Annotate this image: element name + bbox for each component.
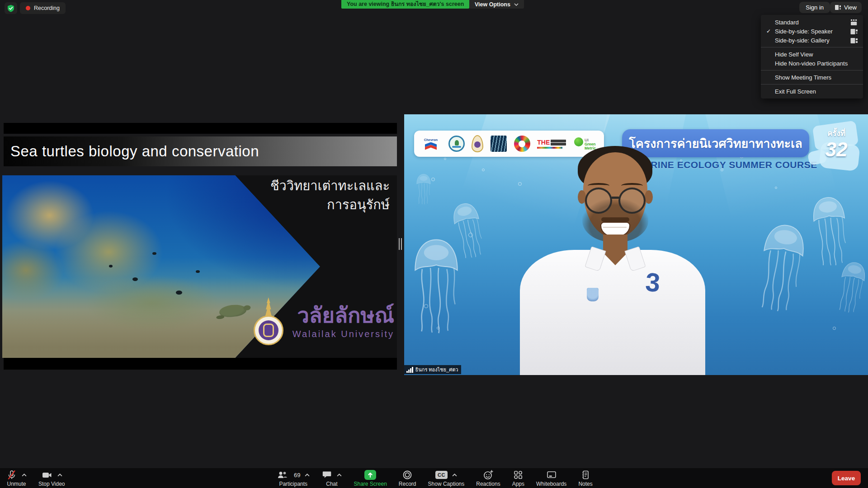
notes-button[interactable]: Notes	[578, 468, 592, 488]
bubble	[482, 169, 485, 171]
view-button[interactable]: View	[830, 2, 862, 13]
whiteboard-icon	[546, 469, 557, 480]
slide-subtitle-thai: ชีววิทยาเต่าทะเลและ การอนุรักษ์	[270, 176, 390, 214]
layout-standard-icon	[850, 19, 858, 27]
university-name-en: Walailak University	[292, 329, 394, 339]
fish-figure	[152, 252, 156, 255]
slide-bottom-bar	[4, 358, 397, 370]
bubble	[431, 178, 435, 181]
chat-bubble-icon	[321, 469, 332, 480]
share-screen-icon	[364, 470, 376, 480]
bubble	[833, 327, 836, 330]
fish-figure	[196, 270, 200, 273]
unmute-button[interactable]: Unmute	[6, 468, 27, 488]
check-icon: ✓	[766, 28, 775, 34]
sea-turtle-figure	[219, 304, 247, 318]
menu-item-sbs-speaker[interactable]: ✓ Side-by-side: Speaker	[761, 27, 863, 36]
layout-speaker-icon	[850, 28, 858, 36]
viewing-banner: You are viewing ธินกร ทองไชย_ศตว's scree…	[341, 0, 469, 9]
apps-button[interactable]: Apps	[512, 468, 524, 488]
bubble	[468, 233, 473, 237]
marine-department-emblem	[448, 136, 465, 152]
view-menu: Standard ✓ Side-by-side: Speaker Side-by…	[761, 15, 863, 99]
bubble	[437, 327, 439, 329]
glasses-icon	[618, 188, 646, 214]
chat-button[interactable]: Chat	[321, 468, 342, 488]
jellyfish-illustration	[414, 168, 433, 209]
chevron-logo: Chevron	[420, 138, 441, 150]
slide-title: Sea turtles biology and conservation	[4, 143, 259, 160]
fish-figure	[176, 291, 182, 295]
apps-icon	[513, 469, 524, 480]
camera-icon	[41, 469, 53, 480]
participants-button[interactable]: 69 Participants	[277, 468, 310, 488]
thai-teardrop-emblem	[472, 135, 483, 152]
participant-name-tag: ธินกร ทองไชย_ศตว	[404, 365, 461, 374]
chevron-up-icon[interactable]	[57, 474, 62, 477]
bubble	[444, 158, 446, 160]
presenter-figure: 3	[520, 146, 705, 375]
whiteboards-button[interactable]: Whiteboards	[536, 468, 566, 488]
menu-item-standard[interactable]: Standard	[761, 18, 863, 27]
university-logo: วลัยลักษณ์ Walailak University	[252, 297, 394, 345]
microphone-muted-icon	[6, 469, 17, 480]
fish-figure	[109, 265, 113, 267]
reactions-smiley-icon	[483, 469, 494, 480]
participants-icon	[277, 469, 288, 480]
sign-in-button[interactable]: Sign in	[799, 2, 830, 13]
participants-count: 69	[294, 472, 300, 479]
stop-video-button[interactable]: Stop Video	[38, 468, 65, 488]
mangrove-ecology-logo	[491, 136, 507, 152]
slide-body: ชีววิทยาเต่าทะเลและ การอนุรักษ์ วลัยลักษ…	[2, 175, 397, 358]
reactions-button[interactable]: Reactions	[476, 468, 500, 488]
shirt-number: 3	[645, 267, 661, 298]
recording-label: Recording	[34, 5, 60, 11]
slide-title-bar: Sea turtles biology and conservation	[4, 136, 397, 166]
chevron-up-icon[interactable]	[22, 474, 27, 477]
menu-item-show-meeting-timers[interactable]: Show Meeting Timers	[761, 73, 863, 82]
menu-item-exit-full-screen[interactable]: Exit Full Screen	[761, 87, 863, 96]
bubble	[424, 304, 428, 308]
shirt-crest	[587, 288, 599, 301]
leave-button[interactable]: Leave	[832, 471, 861, 485]
layout-view-icon	[835, 5, 841, 10]
menu-item-sbs-gallery[interactable]: Side-by-side: Gallery	[761, 36, 863, 45]
security-shield-icon[interactable]	[5, 2, 17, 14]
show-captions-button[interactable]: CC Show Captions	[428, 468, 465, 488]
signal-bars-icon	[406, 367, 413, 373]
edition-badge: ครั้งที่ 32	[810, 122, 863, 176]
slide-top-bar	[4, 123, 397, 134]
chevron-up-icon[interactable]	[337, 474, 342, 477]
panel-resize-handle[interactable]	[399, 238, 402, 250]
chevron-up-icon[interactable]	[452, 474, 457, 477]
record-icon	[402, 469, 413, 480]
share-screen-button[interactable]: Share Screen	[354, 468, 387, 488]
bubble	[775, 187, 777, 189]
layout-gallery-icon	[850, 38, 858, 45]
speaker-video: Chevron THE UI Green Metric โครงการค่ายน…	[404, 114, 868, 375]
notes-icon	[580, 469, 591, 480]
fish-figure	[132, 277, 138, 281]
meeting-toolbar: Unmute Stop Video 69 Partic	[0, 468, 868, 488]
recording-dot-icon	[26, 6, 30, 10]
view-options-button[interactable]: View Options	[469, 0, 524, 9]
chevron-up-icon[interactable]	[305, 474, 310, 477]
record-button[interactable]: Record	[399, 468, 416, 488]
menu-item-hide-nonvideo[interactable]: Hide Non-video Participants	[761, 59, 863, 68]
university-name-thai: วลัยลักษณ์	[292, 304, 394, 327]
white-polo-shirt: 3	[520, 250, 705, 375]
recording-indicator[interactable]: Recording	[20, 2, 66, 14]
chevron-down-icon	[514, 3, 519, 6]
glasses-icon	[585, 188, 612, 214]
closed-captions-icon: CC	[435, 471, 448, 479]
walailak-emblem-icon	[252, 297, 285, 345]
menu-item-hide-self-view[interactable]: Hide Self View	[761, 50, 863, 59]
